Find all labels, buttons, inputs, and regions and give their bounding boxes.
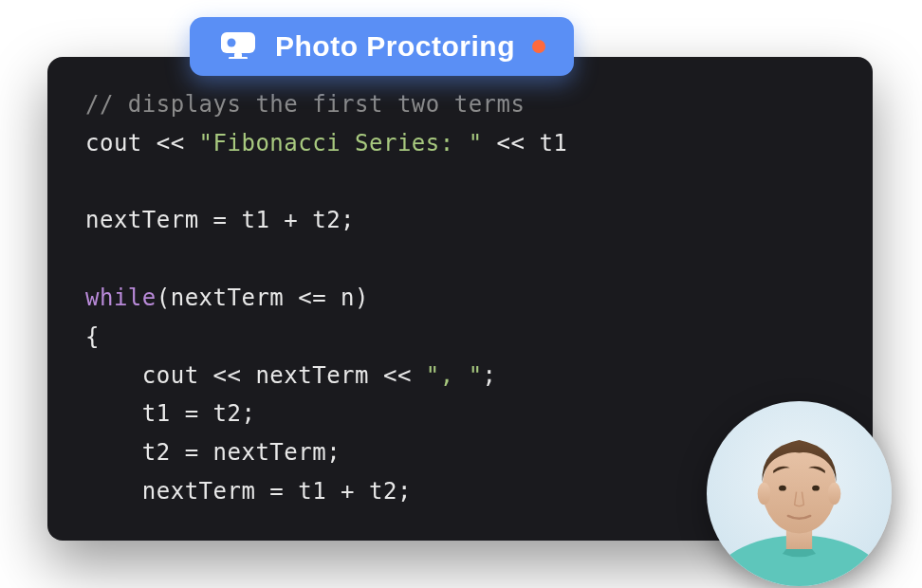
camera-icon (218, 30, 258, 63)
svg-point-10 (758, 483, 771, 505)
code-line: nextTerm = t1 + t2; (85, 201, 835, 240)
code-line: cout << "Fibonacci Series: " << t1 (85, 124, 835, 163)
recording-indicator-icon (532, 40, 545, 53)
code-line (85, 163, 835, 202)
code-token: ", " (426, 362, 483, 389)
svg-point-9 (812, 486, 820, 491)
code-token: { (85, 323, 100, 350)
photo-proctoring-badge: Photo Proctoring (190, 17, 574, 76)
code-line: t1 = t2; (85, 395, 835, 433)
code-line: while(nextTerm <= n) (85, 279, 835, 318)
svg-rect-3 (229, 57, 248, 59)
code-token: while (85, 285, 157, 311)
code-line (85, 240, 835, 279)
code-token: // displays the first two terms (85, 91, 525, 118)
code-token: << t1 (483, 130, 568, 156)
code-token: ; (483, 362, 497, 389)
svg-point-11 (828, 483, 841, 505)
code-line: // displays the first two terms (85, 85, 835, 124)
code-token: "Fibonacci Series: " (199, 130, 483, 156)
code-line: cout << nextTerm << ", "; (85, 357, 835, 395)
badge-label: Photo Proctoring (275, 30, 515, 63)
code-line: { (85, 318, 835, 357)
svg-rect-0 (221, 32, 255, 53)
code-token: t2 = nextTerm; (85, 439, 341, 466)
svg-point-1 (228, 39, 236, 47)
code-token: (nextTerm <= n) (157, 285, 369, 311)
code-token: nextTerm = t1 + t2; (85, 207, 355, 233)
code-token: nextTerm = t1 + t2; (85, 478, 412, 505)
code-token: cout << nextTerm << (85, 362, 426, 389)
proctoring-avatar (707, 401, 892, 586)
code-token: t1 = t2; (85, 400, 255, 427)
code-token: cout << (85, 130, 199, 156)
svg-point-8 (779, 486, 786, 491)
